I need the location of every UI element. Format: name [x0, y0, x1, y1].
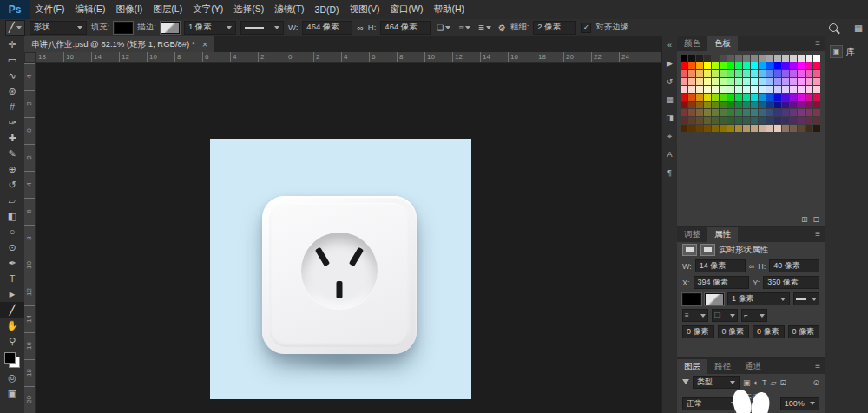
navigator-panel-icon[interactable]: ▦ — [664, 95, 676, 105]
swatch[interactable] — [806, 102, 812, 108]
swatch[interactable] — [704, 117, 711, 124]
stroke-swatch[interactable] — [161, 22, 180, 34]
swatch[interactable] — [735, 70, 742, 77]
swatch[interactable] — [727, 117, 734, 124]
shape-x-field[interactable]: 394 像素 — [694, 276, 750, 289]
swatch[interactable] — [782, 102, 789, 108]
swatch[interactable] — [712, 86, 719, 93]
swatch[interactable] — [782, 117, 789, 124]
swatch[interactable] — [712, 109, 719, 116]
panel-menu-icon[interactable]: ≡ — [811, 359, 825, 374]
tool-mode-select[interactable]: 形状 — [30, 21, 87, 35]
swatch[interactable] — [813, 86, 820, 93]
swatch[interactable] — [774, 117, 781, 124]
swatch[interactable] — [720, 125, 727, 132]
filter-type-layers-icon[interactable]: T — [762, 378, 767, 387]
swatch[interactable] — [681, 94, 687, 101]
new-swatch-icon[interactable]: ⊞ — [801, 215, 808, 224]
tab-color[interactable]: 颜色 — [677, 36, 707, 51]
swatch[interactable] — [759, 78, 766, 85]
filter-smart-object-icon[interactable]: ⊡ — [779, 378, 786, 387]
swatch[interactable] — [782, 78, 789, 85]
shape-width-field[interactable]: 14 像素 — [695, 259, 746, 272]
filter-toggle-icon[interactable]: ⊙ — [812, 378, 819, 387]
path-alignment-dropdown[interactable]: ≡ — [457, 21, 471, 34]
swatch[interactable] — [735, 78, 742, 85]
path-selection-tool[interactable]: ► — [0, 286, 24, 302]
swatch[interactable] — [743, 62, 750, 69]
link-dimensions-icon[interactable]: ∞ — [357, 23, 364, 33]
swatch[interactable] — [813, 102, 820, 108]
line-tool[interactable]: ╱ — [0, 302, 24, 318]
swatch[interactable] — [704, 78, 711, 85]
menu-item[interactable]: 窗口(W) — [385, 0, 429, 19]
swatch[interactable] — [712, 55, 719, 62]
panel-menu-icon[interactable]: ≡ — [811, 36, 825, 51]
swatch[interactable] — [806, 125, 812, 132]
swatch[interactable] — [766, 125, 773, 132]
swatch[interactable] — [696, 125, 703, 132]
swatch[interactable] — [720, 55, 727, 62]
width-field[interactable]: 464 像素 — [302, 21, 352, 35]
swatch[interactable] — [798, 94, 805, 101]
swatch[interactable] — [798, 125, 805, 132]
history-panel-icon[interactable]: ↺ — [664, 76, 676, 87]
swatch[interactable] — [696, 55, 703, 62]
swatch[interactable] — [704, 70, 711, 77]
swatch[interactable] — [790, 94, 797, 101]
eyedropper-tool[interactable]: ✑ — [0, 115, 24, 130]
swatch[interactable] — [751, 62, 758, 69]
collapse-panels-icon[interactable]: « — [664, 40, 676, 50]
swatch[interactable] — [696, 62, 703, 69]
close-document-icon[interactable]: × — [202, 39, 207, 49]
menu-item[interactable]: 视图(V) — [345, 0, 385, 19]
menu-item[interactable]: 帮助(H) — [429, 0, 470, 19]
swatch[interactable] — [813, 70, 820, 77]
swatch[interactable] — [766, 55, 773, 62]
swatch[interactable] — [681, 102, 687, 108]
tab-channels[interactable]: 通道 — [738, 359, 768, 374]
swatch[interactable] — [743, 125, 750, 132]
swatch[interactable] — [681, 78, 687, 85]
character-panel-icon[interactable]: A — [664, 149, 676, 160]
tab-paths[interactable]: 路径 — [707, 359, 738, 374]
corner-radius-field[interactable]: 0 像素 — [788, 325, 820, 338]
shape-y-field[interactable]: 350 像素 — [763, 276, 819, 289]
swatch[interactable] — [688, 109, 695, 116]
corner-radius-field[interactable]: 0 像素 — [718, 325, 750, 338]
swatch[interactable] — [696, 109, 703, 116]
swatch[interactable] — [720, 102, 727, 108]
swatch[interactable] — [704, 62, 711, 69]
shape-stroke-width-select[interactable]: 1 像素 — [727, 292, 790, 305]
swatch[interactable] — [735, 117, 742, 124]
swatch[interactable] — [782, 109, 789, 116]
swatch[interactable] — [798, 78, 805, 85]
swatch[interactable] — [751, 94, 758, 101]
swatch[interactable] — [751, 109, 758, 116]
swatch[interactable] — [688, 55, 695, 62]
weight-field[interactable]: 2 像素 — [533, 21, 576, 35]
swatch[interactable] — [766, 94, 773, 101]
swatch[interactable] — [727, 70, 734, 77]
swatch[interactable] — [712, 125, 719, 132]
swatch[interactable] — [727, 109, 734, 116]
clone-source-panel-icon[interactable]: ⌖ — [664, 131, 676, 141]
swatch[interactable] — [712, 102, 719, 108]
swatch[interactable] — [759, 86, 766, 93]
swatch[interactable] — [688, 86, 695, 93]
paragraph-panel-icon[interactable]: ¶ — [664, 167, 676, 178]
swatch[interactable] — [790, 125, 797, 132]
swatch[interactable] — [681, 109, 687, 116]
swatch[interactable] — [774, 62, 781, 69]
blend-mode-select[interactable]: 正常 — [682, 397, 740, 410]
swatch[interactable] — [681, 125, 687, 132]
actions-panel-icon[interactable]: ▶ — [664, 58, 676, 69]
swatch[interactable] — [774, 86, 781, 93]
clone-stamp-tool[interactable]: ⊕ — [0, 161, 24, 177]
swatch[interactable] — [681, 55, 687, 62]
swatch[interactable] — [806, 117, 812, 124]
swatch[interactable] — [759, 62, 766, 69]
swatch[interactable] — [774, 125, 781, 132]
fill-swatch[interactable] — [114, 22, 133, 34]
move-tool[interactable]: ✛ — [0, 36, 24, 52]
